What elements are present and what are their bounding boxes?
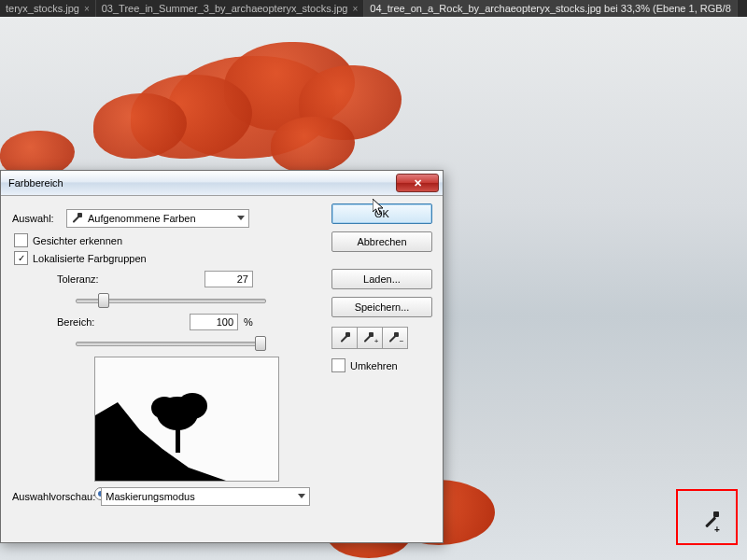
range-input[interactable]: 100	[190, 314, 238, 330]
tolerance-input[interactable]: 27	[204, 271, 253, 287]
detect-faces-label: Gesichter erkennen	[33, 235, 122, 246]
eyedropper-tool-group: + −	[331, 327, 432, 349]
color-range-dialog: Farbbereich ✕ Auswahl: Aufgenommene Farb…	[0, 170, 444, 543]
invert-label: Umkehren	[350, 360, 398, 371]
document-tab[interactable]: 04_tree_on_a_Rock_by_archaeopteryx_stock…	[364, 0, 737, 17]
load-button[interactable]: Laden...	[331, 269, 432, 289]
detect-faces-checkbox[interactable]	[14, 233, 28, 247]
selection-label: Auswahl:	[12, 213, 66, 224]
eyedropper-minus-icon	[388, 332, 399, 343]
selection-dropdown[interactable]: Aufgenommene Farben	[66, 209, 249, 228]
selection-preview-thumbnail[interactable]	[94, 357, 279, 482]
ok-label: OK	[374, 208, 389, 219]
range-label: Bereich:	[57, 316, 132, 328]
cancel-label: Abbrechen	[357, 236, 406, 247]
selection-value: Aufgenommene Farben	[88, 213, 196, 224]
eyedropper-plus-cursor-icon: +	[703, 511, 722, 530]
eyedropper-minus-tool[interactable]: −	[383, 327, 408, 349]
save-button[interactable]: Speichern...	[331, 297, 432, 317]
slider-thumb[interactable]	[98, 293, 109, 308]
preview-mode-value: Maskierungsmodus	[106, 491, 194, 502]
tab-label: 04_tree_on_a_Rock_by_archaeopteryx_stock…	[370, 3, 730, 14]
chevron-down-icon	[298, 494, 305, 498]
document-tab[interactable]: teryx_stocks.jpg ×	[0, 0, 96, 17]
eyedropper-tool[interactable]	[331, 327, 358, 349]
tab-label: teryx_stocks.jpg	[6, 3, 79, 14]
range-slider[interactable]	[76, 336, 266, 349]
slider-thumb[interactable]	[255, 336, 266, 351]
svg-point-2	[177, 393, 207, 419]
tolerance-slider[interactable]	[76, 293, 266, 306]
close-button[interactable]: ✕	[396, 174, 439, 192]
document-tab-bar: teryx_stocks.jpg × 03_Tree_in_Summer_3_b…	[0, 0, 747, 17]
tab-label: 03_Tree_in_Summer_3_by_archaeopteryx_sto…	[102, 3, 348, 14]
eyedropper-plus-icon	[362, 332, 374, 343]
localized-color-groups-label: Lokalisierte Farbgruppen	[33, 253, 147, 264]
localized-color-groups-checkbox[interactable]: ✓	[14, 251, 28, 265]
ok-button[interactable]: OK	[331, 203, 432, 224]
save-label: Speichern...	[355, 301, 410, 313]
preview-mode-dropdown[interactable]: Maskierungsmodus	[101, 487, 310, 506]
eyedropper-plus-tool[interactable]: +	[358, 327, 383, 349]
load-label: Laden...	[363, 273, 401, 285]
eyedropper-icon	[71, 213, 82, 224]
invert-checkbox[interactable]	[331, 358, 345, 372]
close-icon[interactable]: ×	[352, 4, 358, 14]
svg-point-3	[151, 397, 177, 419]
range-unit: %	[244, 316, 253, 328]
close-icon[interactable]: ×	[84, 4, 90, 14]
svg-rect-4	[176, 425, 180, 453]
document-tab[interactable]: 03_Tree_in_Summer_3_by_archaeopteryx_sto…	[96, 0, 365, 17]
cancel-button[interactable]: Abbrechen	[331, 231, 432, 252]
chevron-down-icon	[237, 216, 245, 220]
close-icon: ✕	[414, 177, 422, 189]
tolerance-label: Toleranz:	[57, 273, 132, 285]
preview-dropdown-label: Auswahlvorschau:	[12, 491, 95, 502]
eyedropper-icon	[339, 332, 350, 343]
dialog-titlebar[interactable]: Farbbereich ✕	[1, 171, 443, 196]
dialog-title: Farbbereich	[8, 177, 63, 189]
preview-silhouette	[95, 357, 278, 481]
